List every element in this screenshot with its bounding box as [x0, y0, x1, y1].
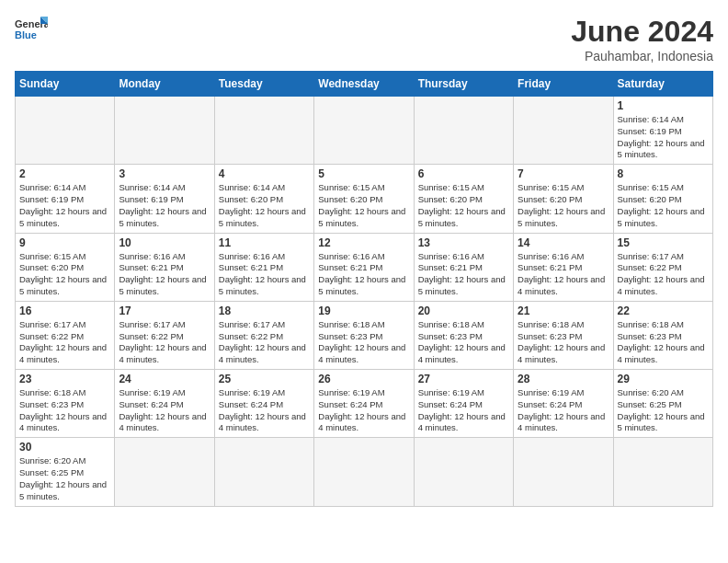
calendar-cell [414, 438, 513, 506]
day-number: 29 [618, 373, 709, 385]
calendar-cell: 14Sunrise: 6:16 AM Sunset: 6:21 PM Dayli… [514, 233, 613, 301]
header-friday: Friday [514, 72, 613, 97]
day-number: 12 [318, 236, 409, 249]
day-number: 5 [318, 167, 409, 180]
day-info: Sunrise: 6:19 AM Sunset: 6:24 PM Dayligh… [518, 387, 609, 434]
day-number: 11 [219, 236, 310, 249]
day-info: Sunrise: 6:20 AM Sunset: 6:25 PM Dayligh… [19, 455, 110, 502]
day-info: Sunrise: 6:15 AM Sunset: 6:20 PM Dayligh… [618, 182, 709, 229]
day-info: Sunrise: 6:19 AM Sunset: 6:24 PM Dayligh… [119, 387, 210, 434]
calendar-cell: 3Sunrise: 6:14 AM Sunset: 6:19 PM Daylig… [115, 165, 214, 233]
day-number: 2 [19, 167, 110, 180]
day-info: Sunrise: 6:19 AM Sunset: 6:24 PM Dayligh… [318, 387, 409, 434]
day-info: Sunrise: 6:14 AM Sunset: 6:20 PM Dayligh… [219, 182, 310, 229]
header-wednesday: Wednesday [314, 72, 414, 97]
calendar-cell: 21Sunrise: 6:18 AM Sunset: 6:23 PM Dayli… [514, 301, 613, 369]
calendar-cell [214, 438, 313, 506]
calendar-cell: 1Sunrise: 6:14 AM Sunset: 6:19 PM Daylig… [613, 97, 712, 165]
calendar-cell [613, 438, 712, 506]
month-title: June 2024 [571, 15, 713, 49]
day-number: 25 [219, 373, 310, 385]
calendar-table: SundayMondayTuesdayWednesdayThursdayFrid… [15, 71, 713, 507]
day-number: 4 [219, 167, 310, 180]
calendar-cell: 24Sunrise: 6:19 AM Sunset: 6:24 PM Dayli… [115, 370, 214, 438]
day-number: 13 [418, 236, 509, 249]
calendar-cell [115, 97, 214, 165]
calendar-cell [514, 438, 613, 506]
calendar-cell: 11Sunrise: 6:16 AM Sunset: 6:21 PM Dayli… [214, 233, 313, 301]
calendar-header-row: SundayMondayTuesdayWednesdayThursdayFrid… [16, 72, 713, 97]
day-number: 21 [518, 304, 609, 317]
day-info: Sunrise: 6:16 AM Sunset: 6:21 PM Dayligh… [418, 251, 509, 298]
day-info: Sunrise: 6:16 AM Sunset: 6:21 PM Dayligh… [518, 251, 609, 298]
calendar-cell [514, 97, 613, 165]
calendar-cell: 2Sunrise: 6:14 AM Sunset: 6:19 PM Daylig… [16, 165, 115, 233]
day-info: Sunrise: 6:18 AM Sunset: 6:23 PM Dayligh… [518, 319, 609, 366]
day-number: 18 [219, 304, 310, 317]
day-number: 15 [618, 236, 709, 249]
calendar-cell: 20Sunrise: 6:18 AM Sunset: 6:23 PM Dayli… [414, 301, 513, 369]
calendar-week-row: 16Sunrise: 6:17 AM Sunset: 6:22 PM Dayli… [16, 301, 713, 369]
day-number: 27 [418, 373, 509, 385]
day-number: 6 [418, 167, 509, 180]
calendar-cell: 26Sunrise: 6:19 AM Sunset: 6:24 PM Dayli… [314, 370, 414, 438]
day-info: Sunrise: 6:19 AM Sunset: 6:24 PM Dayligh… [219, 387, 310, 434]
calendar-cell [314, 438, 414, 506]
calendar-week-row: 2Sunrise: 6:14 AM Sunset: 6:19 PM Daylig… [16, 165, 713, 233]
page-header: General Blue June 2024 Pauhambar, Indone… [15, 15, 713, 63]
day-number: 30 [19, 441, 110, 454]
day-number: 3 [119, 167, 210, 180]
day-info: Sunrise: 6:16 AM Sunset: 6:21 PM Dayligh… [219, 251, 310, 298]
day-number: 16 [19, 304, 110, 317]
day-info: Sunrise: 6:17 AM Sunset: 6:22 PM Dayligh… [219, 319, 310, 366]
day-info: Sunrise: 6:18 AM Sunset: 6:23 PM Dayligh… [318, 319, 409, 366]
calendar-cell: 29Sunrise: 6:20 AM Sunset: 6:25 PM Dayli… [613, 370, 712, 438]
calendar-cell: 12Sunrise: 6:16 AM Sunset: 6:21 PM Dayli… [314, 233, 414, 301]
calendar-cell [414, 97, 513, 165]
calendar-cell: 30Sunrise: 6:20 AM Sunset: 6:25 PM Dayli… [16, 438, 115, 506]
calendar-cell: 10Sunrise: 6:16 AM Sunset: 6:21 PM Dayli… [115, 233, 214, 301]
day-number: 26 [318, 373, 409, 385]
calendar-cell: 16Sunrise: 6:17 AM Sunset: 6:22 PM Dayli… [16, 301, 115, 369]
day-info: Sunrise: 6:18 AM Sunset: 6:23 PM Dayligh… [618, 319, 709, 366]
day-info: Sunrise: 6:15 AM Sunset: 6:20 PM Dayligh… [418, 182, 509, 229]
day-info: Sunrise: 6:17 AM Sunset: 6:22 PM Dayligh… [19, 319, 110, 366]
day-number: 24 [119, 373, 210, 385]
calendar-cell: 9Sunrise: 6:15 AM Sunset: 6:20 PM Daylig… [16, 233, 115, 301]
day-number: 20 [418, 304, 509, 317]
day-number: 10 [119, 236, 210, 249]
calendar-week-row: 23Sunrise: 6:18 AM Sunset: 6:23 PM Dayli… [16, 370, 713, 438]
svg-text:Blue: Blue [15, 29, 37, 40]
day-info: Sunrise: 6:19 AM Sunset: 6:24 PM Dayligh… [418, 387, 509, 434]
day-number: 1 [618, 99, 709, 112]
day-number: 19 [318, 304, 409, 317]
day-number: 9 [19, 236, 110, 249]
day-number: 7 [518, 167, 609, 180]
calendar-cell: 7Sunrise: 6:15 AM Sunset: 6:20 PM Daylig… [514, 165, 613, 233]
calendar-cell: 5Sunrise: 6:15 AM Sunset: 6:20 PM Daylig… [314, 165, 414, 233]
day-info: Sunrise: 6:18 AM Sunset: 6:23 PM Dayligh… [418, 319, 509, 366]
calendar-cell [115, 438, 214, 506]
calendar-cell [214, 97, 313, 165]
calendar-cell: 28Sunrise: 6:19 AM Sunset: 6:24 PM Dayli… [514, 370, 613, 438]
day-info: Sunrise: 6:16 AM Sunset: 6:21 PM Dayligh… [318, 251, 409, 298]
day-info: Sunrise: 6:15 AM Sunset: 6:20 PM Dayligh… [19, 251, 110, 298]
calendar-cell: 22Sunrise: 6:18 AM Sunset: 6:23 PM Dayli… [613, 301, 712, 369]
day-info: Sunrise: 6:14 AM Sunset: 6:19 PM Dayligh… [119, 182, 210, 229]
day-number: 17 [119, 304, 210, 317]
day-number: 22 [618, 304, 709, 317]
day-info: Sunrise: 6:14 AM Sunset: 6:19 PM Dayligh… [618, 114, 709, 161]
calendar-cell: 15Sunrise: 6:17 AM Sunset: 6:22 PM Dayli… [613, 233, 712, 301]
header-monday: Monday [115, 72, 214, 97]
calendar-cell: 8Sunrise: 6:15 AM Sunset: 6:20 PM Daylig… [613, 165, 712, 233]
calendar-cell: 19Sunrise: 6:18 AM Sunset: 6:23 PM Dayli… [314, 301, 414, 369]
calendar-cell: 25Sunrise: 6:19 AM Sunset: 6:24 PM Dayli… [214, 370, 313, 438]
calendar-cell [314, 97, 414, 165]
location-subtitle: Pauhambar, Indonesia [571, 49, 713, 63]
calendar-cell: 18Sunrise: 6:17 AM Sunset: 6:22 PM Dayli… [214, 301, 313, 369]
day-number: 28 [518, 373, 609, 385]
day-number: 8 [618, 167, 709, 180]
day-info: Sunrise: 6:14 AM Sunset: 6:19 PM Dayligh… [19, 182, 110, 229]
calendar-cell: 13Sunrise: 6:16 AM Sunset: 6:21 PM Dayli… [414, 233, 513, 301]
day-number: 23 [19, 373, 110, 385]
